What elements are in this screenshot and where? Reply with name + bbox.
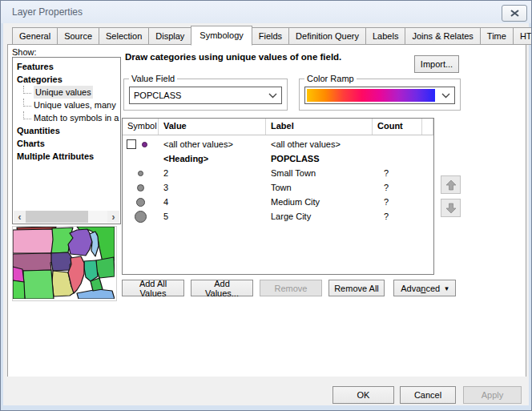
scrollbar-track[interactable] xyxy=(88,211,107,223)
tab-strip: General Source Selection Display Symbolo… xyxy=(12,27,532,46)
tree-item-unique-values[interactable]: Unique values xyxy=(13,86,120,99)
value-field-groupbox: Value Field POPCLASS xyxy=(123,79,288,111)
value-field-label: Value Field xyxy=(129,74,177,83)
layer-properties-dialog: Layer Properties General Source Selectio… xyxy=(0,0,532,411)
import-button[interactable]: Import... xyxy=(414,55,459,73)
table-body: <all other values> <all other values> <H… xyxy=(123,135,433,224)
symbology-map-preview xyxy=(12,226,117,301)
color-ramp-groupbox: Color Ramp xyxy=(299,79,461,111)
table-row-heading[interactable]: <Heading> POPCLASS xyxy=(123,151,433,166)
advanced-button-label: Advanced xyxy=(401,284,440,293)
table-row-medium-city[interactable]: 4 Medium City ? xyxy=(123,195,433,209)
tab-joins-relates[interactable]: Joins & Relates xyxy=(405,27,480,45)
tree-item-features[interactable]: Features xyxy=(13,60,120,73)
add-all-values-button[interactable]: Add All Values xyxy=(122,280,184,296)
tab-selection[interactable]: Selection xyxy=(99,27,149,45)
tree-item-quantities[interactable]: Quantities xyxy=(13,124,120,137)
tree-item-charts[interactable]: Charts xyxy=(13,137,120,150)
ok-button[interactable]: OK xyxy=(332,386,394,404)
move-down-button[interactable] xyxy=(441,199,461,217)
remove-all-button[interactable]: Remove All xyxy=(328,280,385,296)
method-description: Draw categories using unique values of o… xyxy=(125,52,341,62)
tab-display[interactable]: Display xyxy=(148,27,191,45)
apply-button[interactable]: Apply xyxy=(463,386,522,404)
table-row-large-city[interactable]: 5 Large City ? xyxy=(123,209,433,224)
value-field-combobox[interactable]: POPCLASS xyxy=(129,87,282,104)
tree-connector xyxy=(23,99,31,107)
tab-general[interactable]: General xyxy=(12,27,58,45)
medium-city-symbol-icon[interactable] xyxy=(136,198,145,207)
color-ramp-gradient xyxy=(307,89,435,102)
column-header-value[interactable]: Value xyxy=(159,119,266,135)
tab-definition-query[interactable]: Definition Query xyxy=(288,27,366,45)
symbol-value-table: Symbol Value Label Count <all other valu… xyxy=(122,118,434,275)
arrow-down-icon xyxy=(445,203,457,214)
add-values-button[interactable]: Add Values... xyxy=(191,280,253,296)
chevron-down-icon[interactable] xyxy=(437,87,454,103)
tab-fields[interactable]: Fields xyxy=(252,27,289,45)
table-row-all-other-values[interactable]: <all other values> <all other values> xyxy=(123,137,433,151)
tab-symbology[interactable]: Symbology xyxy=(191,26,252,46)
tree-item-match-symbols[interactable]: Match to symbols in a xyxy=(13,111,120,124)
title-bar: Layer Properties xyxy=(1,1,531,23)
table-row-small-town[interactable]: 2 Small Town ? xyxy=(123,166,433,180)
column-header-label[interactable]: Label xyxy=(266,119,373,135)
tree-item-categories[interactable]: Categories xyxy=(13,73,120,86)
table-header: Symbol Value Label Count xyxy=(123,119,433,135)
advanced-button[interactable]: Advanced ▾ xyxy=(393,280,456,296)
all-other-values-symbol-icon[interactable] xyxy=(142,142,147,147)
scroll-left-icon[interactable]: ‹ xyxy=(14,211,26,223)
remove-button[interactable]: Remove xyxy=(260,280,322,296)
window-title: Layer Properties xyxy=(12,6,83,18)
close-icon xyxy=(510,10,519,17)
tree-item-unique-values-many[interactable]: Unique values, many xyxy=(13,99,120,111)
map-preview-image xyxy=(13,227,115,299)
tree-horizontal-scrollbar[interactable]: ‹ › xyxy=(14,211,119,223)
all-other-values-checkbox[interactable] xyxy=(127,139,136,149)
scrollbar-thumb[interactable] xyxy=(26,211,88,223)
show-tree: Features Categories Unique values Unique… xyxy=(12,57,121,224)
tab-source[interactable]: Source xyxy=(57,27,99,45)
chevron-down-icon[interactable] xyxy=(264,93,281,99)
tab-html-popup[interactable]: HTML Popup xyxy=(513,27,532,45)
dropdown-arrow-icon: ▾ xyxy=(445,284,449,292)
tab-time[interactable]: Time xyxy=(480,27,514,45)
table-row-town[interactable]: 3 Town ? xyxy=(123,180,433,195)
tree-item-multiple-attributes[interactable]: Multiple Attributes xyxy=(13,150,120,163)
color-ramp-combobox[interactable] xyxy=(304,87,455,104)
tree-connector xyxy=(23,111,31,119)
scroll-right-icon[interactable]: › xyxy=(107,211,119,223)
close-button[interactable] xyxy=(502,5,527,22)
column-header-count[interactable]: Count xyxy=(373,119,422,135)
move-up-button[interactable] xyxy=(441,175,461,194)
small-town-symbol-icon[interactable] xyxy=(138,171,143,176)
large-city-symbol-icon[interactable] xyxy=(135,211,147,223)
tab-labels[interactable]: Labels xyxy=(365,27,405,45)
color-ramp-label: Color Ramp xyxy=(304,74,357,83)
column-header-spacer xyxy=(422,119,433,135)
show-label: Show: xyxy=(12,47,37,57)
column-header-symbol[interactable]: Symbol xyxy=(123,119,159,135)
tree-connector xyxy=(23,86,31,94)
arrow-up-icon xyxy=(445,179,457,191)
value-field-selected-value: POPCLASS xyxy=(130,91,264,100)
town-symbol-icon[interactable] xyxy=(137,184,144,191)
cancel-button[interactable]: Cancel xyxy=(400,386,456,404)
